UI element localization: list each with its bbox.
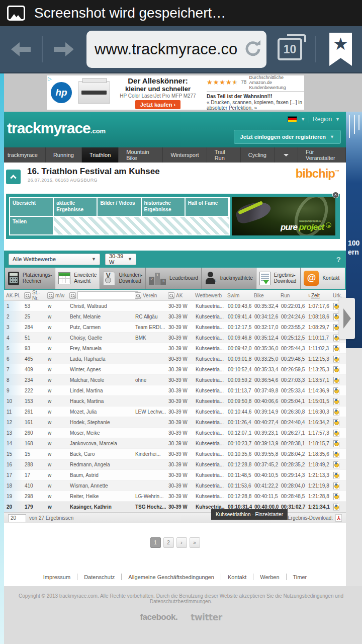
nav-item-f-r-veranstalter[interactable]: Für Veranstalter bbox=[298, 147, 346, 163]
nav-item-mountain-bike[interactable]: Mountain Bike bbox=[119, 147, 163, 163]
certificate-download-icon[interactable] bbox=[333, 409, 339, 416]
page-button-»[interactable]: » bbox=[190, 537, 200, 548]
col-header-ak[interactable]: AK bbox=[166, 292, 193, 299]
col-header-wettbewerb[interactable]: Wettbewerb bbox=[193, 293, 225, 298]
toolbar-urkunden-download[interactable]: Urkunden-Download bbox=[100, 268, 146, 289]
certificate-download-icon[interactable] bbox=[333, 451, 339, 458]
table-row[interactable]: 13260wMoser, Meike30-39 WKuhseetria...00… bbox=[4, 428, 346, 438]
col-header-zeit-sorted[interactable]: ↑↓Zeit bbox=[306, 293, 331, 298]
event-tab-übersicht[interactable]: Übersicht bbox=[10, 198, 53, 216]
bookmark-star-icon[interactable]: ★ bbox=[329, 33, 352, 66]
table-row[interactable]: 19298wReiter, HeikeLG-Wehrin...30-39 WKu… bbox=[4, 491, 346, 502]
certificate-download-icon[interactable] bbox=[333, 356, 339, 363]
event-tab-historische-ergebnisse[interactable]: historische Ergebnisse bbox=[142, 198, 185, 216]
adchoices-icon[interactable]: ▷ bbox=[48, 76, 52, 82]
pure-project-ad[interactable]: www.pureproject.eu pure project p bbox=[232, 197, 335, 235]
chevron-down-icon[interactable]: ▼ bbox=[335, 117, 340, 122]
table-row[interactable]: 20179wKasinger, KathrinTSG Hochz...30-39… bbox=[4, 502, 346, 512]
table-row[interactable]: 6465wLada, Raphaela30-39 WKuhseetria...0… bbox=[4, 354, 346, 364]
certificate-download-icon[interactable] bbox=[333, 387, 339, 394]
table-row[interactable]: 16288wRedmann, Angela30-39 WKuhseetria..… bbox=[4, 459, 346, 470]
toolbar-platzierungs-rechner[interactable]: Platzierungs-Rechner bbox=[5, 268, 55, 289]
search-icon[interactable] bbox=[24, 292, 31, 299]
table-row[interactable]: 12161wHodek, Stephanie30-39 WKuhseetria.… bbox=[4, 417, 346, 428]
chevron-down-icon[interactable]: ▼ bbox=[301, 117, 305, 122]
nav-more-button[interactable] bbox=[275, 147, 298, 163]
table-row[interactable]: 14168wJankovcova, Marcela30-39 WKuhseetr… bbox=[4, 438, 346, 449]
table-row[interactable]: 10153wHauck, Martina30-39 WKuhseetria...… bbox=[4, 396, 346, 407]
table-row[interactable]: 593wFrey, Manuela30-39 WKuhseetria...00:… bbox=[4, 343, 346, 354]
nav-item-trackmyrace[interactable]: trackmyrace bbox=[0, 147, 46, 163]
certificate-download-icon[interactable] bbox=[333, 482, 339, 490]
url-bar[interactable]: www.trackmyrace.co bbox=[86, 31, 266, 68]
table-row[interactable]: 11261wMozet, JuliaLEW Lechw...30-39 WKuh… bbox=[4, 407, 346, 417]
table-row[interactable]: 451wChoisy, GaelleBMK30-39 WKuhseetria..… bbox=[4, 333, 346, 343]
tab-switcher-button[interactable]: 10 bbox=[278, 38, 302, 60]
ad-buy-button[interactable]: Jetzt kaufen › bbox=[135, 100, 180, 109]
table-row[interactable]: 7409wWinter, Agnes30-39 WKuhseetria...00… bbox=[4, 364, 346, 375]
page-button-1[interactable]: 1 bbox=[150, 537, 161, 548]
footer-link-timer[interactable]: Timer bbox=[287, 574, 314, 580]
table-row[interactable]: 1717wBaum, Astrid30-39 WKuhseetria...00:… bbox=[4, 470, 346, 480]
col-header-ak-pl[interactable]: AK-Pl. bbox=[4, 293, 22, 298]
footer-link-kontakt[interactable]: Kontakt bbox=[221, 574, 253, 580]
event-tab-bilder-videos[interactable]: Bilder / Videos bbox=[98, 198, 140, 216]
pdf-icon[interactable]: ⅄ bbox=[335, 514, 342, 522]
table-row[interactable]: 8234wMalchar, Nicoleohne30-39 WKuhseetri… bbox=[4, 375, 346, 385]
certificate-download-icon[interactable] bbox=[333, 504, 339, 511]
nav-item-trail-run[interactable]: Trail Run bbox=[207, 147, 241, 163]
col-header-mw[interactable]: m/w bbox=[45, 292, 67, 299]
table-row[interactable]: 153wChristl, Waltraud30-39 WKuhseetria..… bbox=[4, 301, 346, 311]
toolbar-trackmyathlete[interactable]: +trackmyathlete bbox=[202, 268, 256, 289]
footer-link-allgemeine-geschäftsbedingungen[interactable]: Allgemeine Geschäftsbedingungen bbox=[122, 574, 221, 580]
certificate-download-icon[interactable] bbox=[333, 398, 339, 405]
certificate-download-icon[interactable] bbox=[333, 419, 339, 426]
bibchip-logo[interactable]: bibchip™ bbox=[296, 167, 339, 181]
collapse-up-button[interactable] bbox=[6, 170, 21, 184]
certificate-download-icon[interactable] bbox=[333, 461, 339, 468]
forward-arrow-icon[interactable] bbox=[54, 42, 73, 56]
event-tab-teilen[interactable]: Teilen bbox=[10, 217, 53, 234]
login-register-button[interactable]: Jetzt einloggen oder registrieren▼ bbox=[234, 130, 341, 144]
nav-item-triathlon[interactable]: Triathlon bbox=[82, 147, 119, 163]
german-flag-icon[interactable] bbox=[288, 116, 297, 122]
certificate-download-icon[interactable] bbox=[333, 440, 339, 447]
table-row[interactable]: 18410wWisman, Annette30-39 WKuhseetria..… bbox=[4, 480, 346, 491]
search-icon[interactable] bbox=[47, 292, 54, 299]
search-icon[interactable] bbox=[69, 292, 76, 299]
toolbar-leaderboard[interactable]: 213Leaderboard bbox=[146, 268, 202, 289]
certificate-download-icon[interactable] bbox=[333, 366, 339, 373]
footer-link-impressum[interactable]: Impressum bbox=[37, 574, 77, 580]
certificate-download-icon[interactable] bbox=[333, 472, 339, 479]
nav-item-running[interactable]: Running bbox=[46, 147, 82, 163]
col-header-run[interactable]: Run bbox=[279, 293, 306, 298]
col-header-urk[interactable]: Urk. bbox=[331, 293, 346, 298]
toolbar-erweiterteansicht[interactable]: ErweiterteAnsicht bbox=[55, 268, 100, 289]
table-row[interactable]: 3284wPutz, CarmenTeam ERDI...30-39 WKuhs… bbox=[4, 322, 346, 333]
page-button-›[interactable]: › bbox=[176, 537, 187, 548]
col-header-st-nr[interactable]: St.-Nr. bbox=[22, 290, 45, 301]
competition-select[interactable]: Alle Wettbewerbe▼ bbox=[9, 254, 100, 265]
trackmyrace-logo[interactable]: trackmyrace.com bbox=[7, 120, 106, 137]
left-skyscraper-ad[interactable] bbox=[0, 73, 4, 644]
certificate-download-icon[interactable] bbox=[333, 377, 339, 384]
slide-panel-arrow[interactable] bbox=[339, 298, 355, 339]
certificate-download-icon[interactable] bbox=[333, 430, 339, 437]
page-button-2[interactable]: 2 bbox=[163, 537, 174, 548]
nav-item-cycling[interactable]: Cycling bbox=[241, 147, 275, 163]
toolbar-kontakt[interactable]: @Kontakt bbox=[301, 268, 345, 289]
table-row[interactable]: 1515wBäck, CaroKinderhei...30-39 WKuhsee… bbox=[4, 449, 346, 459]
col-header-swim[interactable]: Swim bbox=[225, 293, 252, 298]
event-tab-aktuelle-ergebnisse[interactable]: aktuelle Ergebnisse bbox=[54, 198, 97, 216]
nav-item-wintersport[interactable]: Wintersport bbox=[163, 147, 207, 163]
footer-link-datenschutz[interactable]: Datenschutz bbox=[77, 574, 121, 580]
table-row[interactable]: 225wBehr, MelanieRC Allgäu30-39 WKuhseet… bbox=[4, 311, 346, 322]
facebook-logo[interactable]: facebook. bbox=[140, 612, 177, 622]
table-row[interactable]: 9222wLindel, Martina30-39 WKuhseetria...… bbox=[4, 385, 346, 396]
search-icon[interactable] bbox=[135, 292, 141, 299]
close-icon[interactable]: × bbox=[332, 192, 339, 198]
col-header-bike[interactable]: Bike bbox=[252, 293, 279, 298]
certificate-download-icon[interactable] bbox=[333, 493, 339, 500]
back-arrow-icon[interactable] bbox=[11, 42, 31, 56]
refresh-icon[interactable] bbox=[244, 40, 261, 58]
